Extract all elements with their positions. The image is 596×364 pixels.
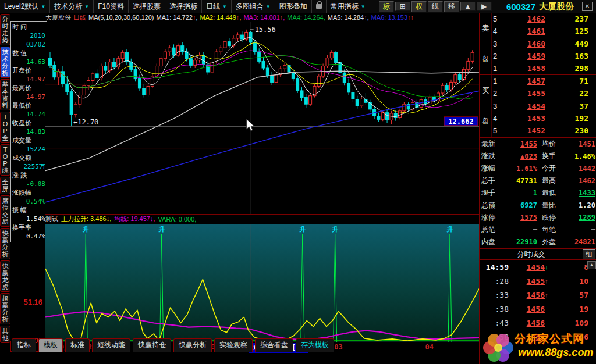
tick-volume: 57 — [552, 291, 596, 299]
tick-detail-button[interactable]: 细 — [583, 249, 595, 259]
menu-item-选择股票[interactable]: 选择股票 — [129, 0, 165, 13]
menu-item-日线[interactable]: 日线▼ — [202, 0, 232, 13]
bottom-tab-快赢分析[interactable]: 快赢分析 — [173, 338, 212, 352]
rights-adjust-tool[interactable]: 权 — [411, 1, 427, 12]
main-candlestick-chart[interactable]: 15.56←12.7012.662 — [45, 22, 479, 215]
indicator-name: 测试 — [45, 215, 58, 223]
order-book-row[interactable]: 11458298 — [492, 62, 596, 74]
sub-indicator-chart[interactable]: 升升升升升 — [45, 224, 479, 342]
tab-char: 综 — [1, 167, 10, 174]
sidebar-tab-席位交易[interactable]: 席位交易 — [0, 195, 10, 227]
order-book-row[interactable]: 1145771 — [492, 75, 596, 87]
bottom-tab-实验观察[interactable]: 实验观察 — [214, 338, 253, 352]
info-label: 收盘价 — [12, 119, 45, 127]
menu-item-技术分析[interactable]: 技术分析▼ — [50, 0, 94, 13]
tab-char: 分 — [1, 309, 10, 316]
side-char: 盘 — [482, 116, 489, 127]
scroll-up-icon[interactable]: ▲ — [587, 261, 596, 269]
tab-char: 料 — [1, 102, 10, 109]
menu-item-F10资料[interactable]: F10资料 — [94, 0, 129, 13]
stat-label: 内盘 — [480, 237, 499, 247]
sidebar-tab-快赢龙虎[interactable]: 快赢龙虎 — [0, 260, 10, 292]
side-char: 卖 — [482, 23, 489, 34]
info-label: 成交额 — [12, 154, 45, 162]
header-ma-def: MA(5,10,20,30,60,120) — [88, 14, 154, 21]
order-book-row[interactable]: 51452230 — [492, 124, 596, 137]
level-price: 1452 — [503, 126, 545, 135]
stat-label: 涨跌 — [480, 151, 499, 161]
header-stock-name: 大厦股份 — [45, 13, 71, 22]
line-tool[interactable]: 线 — [428, 1, 443, 12]
tab-char: 基 — [1, 81, 10, 88]
tick-row: :38145619 — [480, 302, 596, 316]
tick-time: :33 — [480, 291, 509, 299]
bottom-tab-标准[interactable]: 标准 — [65, 338, 90, 352]
order-book-row[interactable]: 41461125 — [492, 25, 596, 37]
tab-char: 快 — [1, 230, 10, 237]
stat-label: 涨停 — [480, 213, 499, 223]
sidebar-tab-全屏[interactable]: 全屏 — [0, 177, 10, 194]
tab-char: 技 — [1, 48, 10, 55]
level-price: 1453 — [503, 114, 545, 123]
order-book-row[interactable]: 41453192 — [492, 112, 596, 124]
level-price: 1454 — [503, 102, 545, 110]
tick-volume: 19 — [552, 305, 596, 313]
order-book-row[interactable]: 21459163 — [492, 50, 596, 62]
sidebar-tab-快赢分析[interactable]: 快赢分析 — [0, 228, 10, 259]
level-volume: 230 — [545, 126, 596, 135]
bottom-tab-综合看盘[interactable]: 综合看盘 — [255, 338, 293, 352]
menu-item-多图组合[interactable]: 多图组合▼ — [232, 0, 275, 13]
indicator-value: 均线: 19.457↓, — [114, 215, 155, 223]
ma-value: MA4: 14.264, — [287, 14, 325, 21]
sidebar-tab-分时走势[interactable]: 分时走势 — [0, 14, 10, 45]
indicator-value: VARA: 0.000, — [158, 216, 197, 223]
mark-tool[interactable]: 标 — [379, 1, 394, 12]
tab-char: 赢 — [1, 302, 10, 309]
stat-value: 6927 — [499, 201, 537, 209]
ma-value: MA1: 14.722↑, — [157, 14, 198, 21]
info-label: 振 幅 — [12, 206, 45, 215]
bottom-tab-短线动能[interactable]: 短线动能 — [92, 338, 130, 352]
tab-char: 屏 — [1, 185, 10, 192]
svg-text:←12.70: ←12.70 — [73, 118, 98, 126]
sidebar-tab-TOP全[interactable]: TOP全 — [0, 112, 10, 143]
flower-logo-icon — [482, 331, 515, 364]
sell-side: 卖盘51462237414611253146044921459163114582… — [480, 13, 596, 75]
sidebar-tab-其他[interactable]: 其他 — [0, 326, 10, 343]
menu-item-常用指标[interactable]: 常用指标▼ — [327, 0, 370, 13]
split-window-tool[interactable]: ⊞ — [395, 2, 410, 11]
tick-price: 1456 — [509, 291, 545, 299]
menu-item-lock[interactable] — [312, 0, 327, 13]
bottom-tab-存为模板[interactable]: 存为模板 — [296, 338, 334, 352]
quote-info-row: 开盘价14.97 — [12, 66, 45, 84]
main-chart-header: 大厦股份日线MA(5,10,20,30,60,120)MA1: 14.722↑,… — [45, 13, 479, 22]
level-price: 1455 — [503, 89, 545, 98]
stock-name: 大厦股份 — [539, 1, 574, 12]
sidebar-tab-基本资料[interactable]: 基本资料 — [0, 79, 10, 110]
close-icon[interactable]: ✕ — [582, 2, 593, 11]
svg-text:15.56: 15.56 — [255, 26, 276, 34]
move-tool[interactable]: 移 — [444, 1, 459, 12]
menu-item-Level2默认[interactable]: Level2默认▼ — [0, 0, 50, 13]
stat-value: 1433 — [560, 189, 596, 197]
menu-item-图形叠加[interactable]: 图形叠加 — [275, 0, 312, 13]
stat-label: 均价 — [537, 139, 560, 149]
sidebar-tab-TOP综[interactable]: TOP综 — [0, 144, 10, 176]
left-tab-strip: 分时走势技术分析基本资料TOP全TOP综全屏席位交易快赢分析快赢龙虎超赢分析其他 — [0, 13, 10, 352]
quote-info-row: 换手率0.47% — [12, 223, 45, 241]
chart-area: 大厦股份日线MA(5,10,20,30,60,120)MA1: 14.722↑,… — [45, 13, 479, 364]
bottom-tab-模板[interactable]: 模板 — [38, 338, 63, 352]
pane-next-tool[interactable]: ▶ — [477, 2, 492, 11]
info-value: 03/02 — [12, 40, 45, 49]
sidebar-tab-超赢分析[interactable]: 超赢分析 — [0, 293, 10, 324]
bottom-tab-指标[interactable]: 指标 — [12, 338, 36, 352]
pane-up-tool[interactable]: ▲ — [460, 2, 476, 11]
order-book-row[interactable]: 51462237 — [492, 13, 596, 25]
bottom-tab-快赢持仓[interactable]: 快赢持仓 — [133, 338, 171, 352]
order-book-row[interactable]: 31460449 — [492, 37, 596, 49]
order-book-row[interactable]: 3145437 — [492, 99, 596, 112]
order-book-row[interactable]: 2145522 — [492, 87, 596, 99]
sidebar-tab-技术分析[interactable]: 技术分析 — [0, 47, 10, 78]
menu-item-选择指标[interactable]: 选择指标 — [165, 0, 202, 13]
stat-value: 1575 — [499, 213, 537, 222]
